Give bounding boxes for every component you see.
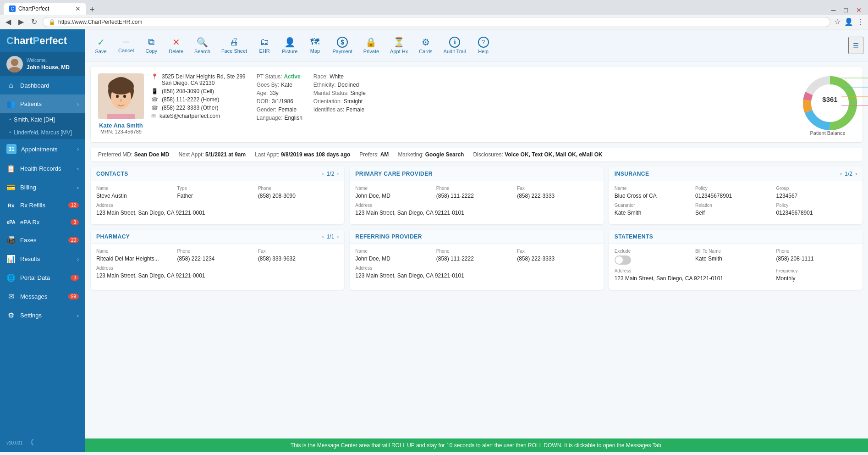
insurance-nav[interactable]: ‹ 1/2 › <box>840 171 857 177</box>
map-button[interactable]: 🗺 Map <box>304 35 326 55</box>
address-bar[interactable]: 🔒 https://www.ChartPerfectEHR.com <box>43 17 830 27</box>
statements-body: Exclude Bill To Name Kate Smith <box>609 244 863 290</box>
pharmacy-prev-icon[interactable]: ‹ <box>322 233 324 240</box>
other-phone-icon: ☎ <box>151 105 158 111</box>
extensions-icon[interactable]: ⋮ <box>857 17 864 26</box>
browser-tab[interactable]: C ChartPerfect ✕ <box>4 3 86 15</box>
contacts-page: 1/2 <box>327 171 335 177</box>
cancel-button[interactable]: ─ Cancel <box>114 35 138 55</box>
sidebar: ChartPerfect Welcome, John House, MD ⌂ D… <box>0 29 85 452</box>
reload-button[interactable]: ↻ <box>29 17 39 27</box>
messages-icon: ✉ <box>6 292 16 301</box>
statements-address-col: Address 123 Main Street, San Diego, CA 9… <box>615 268 776 285</box>
search-button[interactable]: 🔍 Search <box>190 35 215 56</box>
patient-item-smith[interactable]: Smith, Kate [DH] <box>0 113 85 126</box>
referring-header: REFERRING PROVIDER <box>350 230 603 244</box>
payment-button[interactable]: $ Payment <box>328 35 357 56</box>
forward-button[interactable]: ▶ <box>16 17 26 27</box>
chart-legend: 30 Days 60 Days 90 Days 120 Days <box>841 69 868 115</box>
insurance-prev-icon[interactable]: ‹ <box>840 171 842 177</box>
sidebar-item-billing[interactable]: 💳 Billing › <box>0 178 85 197</box>
picture-button[interactable]: 👤 Picture <box>277 35 302 56</box>
statements-row1: Exclude Bill To Name Kate Smith <box>615 249 857 268</box>
pharmacy-address-value: 123 Main Street, San Diego, CA 92121-000… <box>96 272 339 279</box>
help-button[interactable]: ? Help <box>472 35 494 56</box>
pharmacy-nav[interactable]: ‹ 1/1 › <box>322 233 339 240</box>
window-minimize-button[interactable]: ─ <box>829 6 839 15</box>
sidebar-item-appointments[interactable]: 31 Appointments › <box>0 139 85 159</box>
insurance-body: Name Blue Cross of CA Policy 01234567890… <box>609 181 863 224</box>
insurance-next-icon[interactable]: › <box>855 171 857 177</box>
window-maximize-button[interactable]: □ <box>841 6 851 15</box>
new-tab-button[interactable]: + <box>86 5 99 15</box>
toolbar: ✓ Save ─ Cancel ⧉ Copy ✕ Delete 🔍 Search… <box>85 29 868 61</box>
contacts-prev-icon[interactable]: ‹ <box>322 171 324 177</box>
patient-content: Kate Ana Smith MRN: 123-456789 📍 3525 De… <box>85 61 868 438</box>
save-icon: ✓ <box>97 37 105 48</box>
sidebar-item-health-records[interactable]: 📋 Health Records › <box>0 159 85 178</box>
facesheet-button[interactable]: 🖨 Face Sheet <box>217 35 252 55</box>
back-button[interactable]: ◀ <box>4 17 13 27</box>
contacts-address-header: Address <box>96 203 339 208</box>
facesheet-label: Face Sheet <box>221 48 247 54</box>
chevron-right-icon: › <box>77 185 79 190</box>
cards-button[interactable]: ⚙ Cards <box>414 35 437 56</box>
pharmacy-next-icon[interactable]: › <box>337 233 339 240</box>
orientation-label: Orientation: <box>313 98 342 105</box>
referring-name-col: Name John Doe, MD <box>355 249 436 266</box>
chevron-right-icon: › <box>77 313 79 318</box>
sidebar-item-results[interactable]: 📊 Results › <box>0 250 85 268</box>
hamburger-menu-button[interactable]: ≡ <box>848 37 863 54</box>
appthx-label: Appt Hx <box>390 49 408 54</box>
sidebar-item-rx-refills[interactable]: Rx Rx Refills 12 <box>0 197 85 214</box>
version-text: v10.001 <box>6 440 23 445</box>
statements-exclude-toggle[interactable] <box>615 255 695 265</box>
insurance-name-value: Blue Cross of CA <box>615 193 695 199</box>
close-tab-button[interactable]: ✕ <box>75 5 81 12</box>
prefers: Prefers: AM <box>359 151 389 158</box>
primary-care-phone-header: Phone <box>436 186 517 191</box>
save-button[interactable]: ✓ Save <box>90 35 112 56</box>
insurance-relation-header: Relation <box>695 203 776 208</box>
ehr-button[interactable]: 🗂 EHR <box>253 35 275 55</box>
orientation-value: Straight <box>344 98 363 105</box>
next-appt: Next Appt: 5/1/2021 at 9am <box>178 151 246 158</box>
bookmark-icon[interactable]: ☆ <box>834 17 841 26</box>
appthx-button[interactable]: ⏳ Appt Hx <box>385 35 412 56</box>
search-icon: 🔍 <box>197 37 208 48</box>
delete-button[interactable]: ✕ Delete <box>164 35 188 56</box>
patient-name-section: Kate Ana Smith MRN: 123-456789 <box>98 73 144 136</box>
sidebar-item-portal-data[interactable]: 🌐 Portal Data 3 <box>0 268 85 287</box>
sidebar-item-messages[interactable]: ✉ Messages 99 <box>0 287 85 306</box>
facesheet-icon: 🖨 <box>230 37 239 47</box>
statements-exclude-col: Exclude <box>615 249 695 268</box>
patient-name: Kate Ana Smith <box>99 122 143 129</box>
sidebar-item-faxes[interactable]: 📠 Faxes 20 <box>0 231 85 250</box>
message-bar[interactable]: This is the Message Center area that wil… <box>85 438 868 452</box>
exclude-toggle[interactable] <box>615 255 631 265</box>
audittrail-button[interactable]: ℹ Audit Trail <box>439 35 471 56</box>
sidebar-item-settings[interactable]: ⚙ Settings › <box>0 306 85 325</box>
pharmacy-name-header: Name <box>96 249 177 254</box>
insurance-header: INSURANCE ‹ 1/2 › <box>609 167 863 181</box>
patient-item-linderfeld[interactable]: Linderfeld, Marcus [MV] <box>0 126 85 139</box>
contacts-next-icon[interactable]: › <box>337 171 339 177</box>
donut-chart: $361 30 Days 60 Days 90 Days 120 Days <box>800 73 855 128</box>
profile-icon[interactable]: 👤 <box>844 17 853 26</box>
picture-label: Picture <box>282 49 297 54</box>
window-close-button[interactable]: ✕ <box>853 6 864 15</box>
sidebar-item-patients[interactable]: 👥 Patients › <box>0 94 85 113</box>
copy-button[interactable]: ⧉ Copy <box>140 35 162 55</box>
private-button[interactable]: 🔒 Private <box>359 35 384 56</box>
cancel-label: Cancel <box>118 48 134 53</box>
map-icon: 🗺 <box>310 37 319 47</box>
sidebar-item-epa-rx[interactable]: ePA ePA Rx 3 <box>0 214 85 231</box>
health-records-icon: 📋 <box>6 164 16 173</box>
collapse-sidebar-button[interactable]: 《 <box>27 438 34 448</box>
primary-care-phone-value: (858) 111-2222 <box>436 193 517 199</box>
sidebar-item-dashboard[interactable]: ⌂ Dashboard <box>0 76 85 94</box>
contacts-nav[interactable]: ‹ 1/2 › <box>322 171 339 177</box>
primary-care-address-header: Address <box>355 203 598 208</box>
insurance-page: 1/2 <box>845 171 852 177</box>
pharmacy-page: 1/1 <box>327 233 335 240</box>
